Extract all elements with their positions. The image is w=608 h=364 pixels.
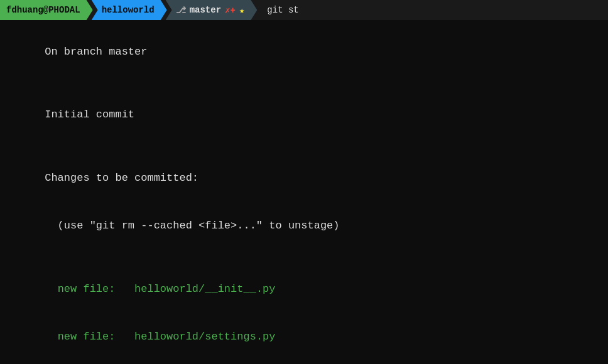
output-line-5: Changes to be committed: — [6, 154, 602, 202]
branch-dirty: ✗+ — [225, 5, 236, 16]
output-line-8: new file: helloworld/__init__.py — [6, 265, 602, 313]
output-line-1: On branch master — [6, 28, 602, 76]
branch-icon: ⎇ — [176, 5, 186, 16]
branch-segment: ⎇ master ✗+ ★ — [166, 0, 258, 20]
user-label: fdhuang@PHODAL — [6, 5, 80, 15]
new-file-label-2: new file: helloworld/settings.py — [45, 331, 275, 343]
output-line-6: (use "git rm --cached <file>..." to unst… — [6, 202, 602, 250]
terminal-window: fdhuang@PHODAL helloworld ⎇ master ✗+ ★ … — [0, 0, 608, 364]
new-file-label-1: new file: helloworld/__init__.py — [45, 283, 275, 295]
repo-segment: helloworld — [92, 0, 167, 20]
branch-star: ★ — [239, 5, 244, 16]
empty-line-1 — [6, 76, 602, 91]
output-line-3: Initial commit — [6, 91, 602, 139]
empty-line-3 — [6, 250, 602, 265]
git-command: git st — [267, 5, 298, 15]
output-line-10: new file: helloworld/urls.py — [6, 361, 602, 364]
tab-bar: fdhuang@PHODAL helloworld ⎇ master ✗+ ★ … — [0, 0, 608, 20]
output-line-9: new file: helloworld/settings.py — [6, 313, 602, 361]
terminal-output: On branch master Initial commit Changes … — [0, 20, 608, 364]
branch-name: master — [190, 5, 221, 15]
repo-label: helloworld — [102, 5, 155, 15]
user-segment: fdhuang@PHODAL — [0, 0, 93, 20]
empty-line-2 — [6, 139, 602, 154]
